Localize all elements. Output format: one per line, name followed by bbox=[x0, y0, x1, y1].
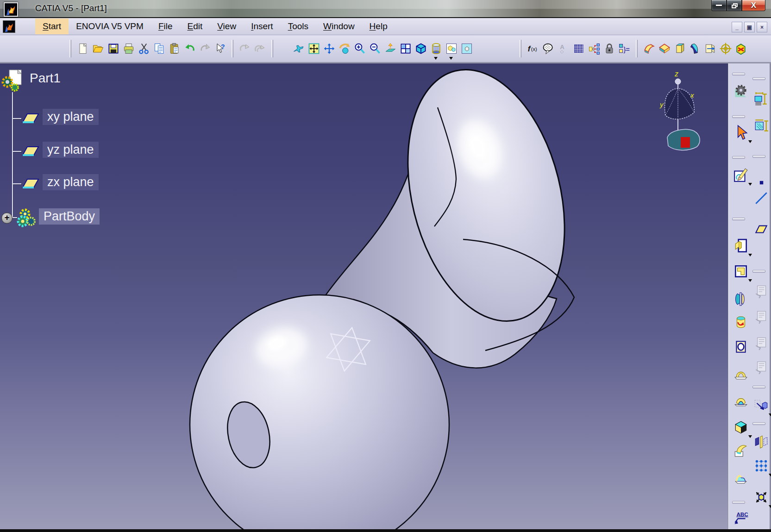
minimize-button[interactable] bbox=[711, 0, 727, 11]
sketcher-button[interactable] bbox=[732, 166, 750, 184]
select-dropdown-arrow[interactable] bbox=[748, 140, 752, 143]
translation-button[interactable] bbox=[752, 397, 770, 414]
toolbar-drag-handle[interactable] bbox=[752, 270, 765, 273]
menu-insert[interactable]: Insert bbox=[244, 19, 281, 34]
sketcher-dropdown-arrow[interactable] bbox=[748, 183, 752, 186]
copy-button[interactable] bbox=[151, 41, 167, 56]
toolbar-drag-handle[interactable] bbox=[732, 73, 745, 75]
shading-mode-dropdown-arrow[interactable] bbox=[434, 57, 438, 60]
tree-item-partbody[interactable]: PartBody bbox=[39, 208, 100, 225]
hide-show-button[interactable] bbox=[444, 41, 459, 56]
pad-dropdown-arrow[interactable] bbox=[748, 254, 752, 257]
select-button[interactable] bbox=[732, 124, 750, 141]
compass-anchor-handle[interactable] bbox=[681, 137, 690, 148]
menu-tools[interactable]: Tools bbox=[281, 19, 316, 34]
toolbar-drag-handle[interactable] bbox=[732, 115, 745, 118]
extrapolate-button[interactable] bbox=[702, 41, 718, 56]
workbench-button[interactable] bbox=[732, 83, 750, 100]
mdi-restore-button[interactable]: ▣ bbox=[744, 22, 755, 32]
menu-enovia-v5-vpm[interactable]: ENOVIA V5 VPM bbox=[69, 19, 151, 34]
rectangular-pattern-dropdown-arrow[interactable] bbox=[769, 474, 771, 476]
hyperlink-button[interactable] bbox=[252, 41, 268, 56]
context-help-button[interactable]: ? bbox=[213, 41, 228, 56]
toolbar-drag-handle[interactable] bbox=[732, 218, 745, 220]
fly-mode-button[interactable] bbox=[291, 41, 306, 56]
normal-view-button[interactable] bbox=[382, 41, 398, 56]
slot-button[interactable] bbox=[732, 391, 750, 408]
shaft-button[interactable] bbox=[732, 290, 750, 308]
pad-button[interactable] bbox=[732, 237, 750, 255]
equivalent-dimensions-button[interactable]: }= bbox=[617, 41, 632, 56]
open-button[interactable] bbox=[90, 41, 106, 56]
tree-item-yz-plane[interactable]: yz plane bbox=[43, 142, 99, 158]
zoom-in-button[interactable] bbox=[352, 41, 367, 56]
toolbar-drag-handle[interactable] bbox=[752, 77, 765, 80]
line-button[interactable] bbox=[752, 189, 770, 207]
apply-material-button[interactable] bbox=[733, 41, 748, 56]
knowledge-explorer-button[interactable] bbox=[586, 41, 602, 56]
tree-item-zx-plane[interactable]: zx plane bbox=[43, 174, 99, 190]
new-button[interactable] bbox=[75, 41, 90, 56]
menu-edit[interactable]: Edit bbox=[180, 19, 210, 34]
menu-view[interactable]: View bbox=[210, 19, 244, 34]
hide-show-dropdown-arrow[interactable] bbox=[449, 57, 453, 60]
menu-help[interactable]: Help bbox=[362, 19, 395, 34]
scaling-button[interactable] bbox=[752, 488, 770, 506]
shell-dropdown-arrow[interactable] bbox=[748, 435, 752, 438]
scaling-dropdown-arrow[interactable] bbox=[769, 505, 771, 508]
plane-button[interactable] bbox=[752, 220, 770, 238]
measure-inertia-button[interactable] bbox=[752, 90, 770, 108]
menu-window[interactable]: Window bbox=[316, 19, 362, 34]
viewport-3d[interactable]: Part1xy planeyz planezx plane+PartBody z… bbox=[0, 63, 728, 529]
cut-button[interactable] bbox=[136, 41, 151, 56]
rib-button[interactable] bbox=[732, 364, 750, 382]
paste-link-button[interactable] bbox=[237, 41, 252, 56]
toolbar-drag-handle[interactable] bbox=[752, 422, 765, 425]
translation-dropdown-arrow[interactable] bbox=[769, 413, 771, 416]
swap-visible-space-button[interactable] bbox=[459, 41, 474, 56]
close-surface-button[interactable] bbox=[672, 41, 687, 56]
rectangular-pattern-button[interactable] bbox=[752, 457, 770, 475]
title-bar[interactable]: CATIA V5 - [Part1] X bbox=[0, 0, 771, 18]
rotate-button[interactable] bbox=[337, 41, 352, 56]
hole-button[interactable] bbox=[732, 338, 750, 356]
menu-start[interactable]: Start bbox=[35, 19, 69, 34]
sew-surface-button[interactable] bbox=[687, 41, 702, 56]
compass-free-rotation-handle[interactable] bbox=[675, 79, 681, 84]
groove-button[interactable] bbox=[732, 313, 750, 331]
fit-all-in-button[interactable] bbox=[306, 41, 321, 56]
lock-button[interactable] bbox=[602, 41, 617, 56]
undo-button[interactable] bbox=[182, 41, 197, 56]
thick-surface-button[interactable] bbox=[657, 41, 672, 56]
close-button[interactable]: X bbox=[742, 0, 765, 11]
pocket-dropdown-arrow[interactable] bbox=[748, 279, 752, 282]
isometric-view-button[interactable] bbox=[413, 41, 428, 56]
toolbar-drag-handle[interactable] bbox=[69, 40, 71, 57]
print-button[interactable] bbox=[121, 41, 136, 56]
split-button[interactable] bbox=[641, 41, 657, 56]
tree-item-part1[interactable]: Part1 bbox=[25, 70, 65, 87]
mdi-close-button[interactable]: × bbox=[757, 22, 767, 32]
comment-button[interactable]: A bbox=[556, 41, 571, 56]
text-annotation-button[interactable]: ABC bbox=[732, 509, 750, 527]
restore-button[interactable] bbox=[727, 0, 742, 11]
compass[interactable]: z y x bbox=[659, 69, 705, 157]
pan-button[interactable] bbox=[321, 41, 337, 56]
axis-system-button[interactable] bbox=[718, 41, 733, 56]
menu-file[interactable]: File bbox=[151, 19, 180, 34]
toolbar-drag-handle[interactable] bbox=[732, 156, 745, 159]
free-surface-button[interactable] bbox=[732, 469, 750, 486]
document-logo-icon[interactable] bbox=[3, 20, 15, 33]
multi-view-button[interactable] bbox=[398, 41, 413, 56]
knowledge-inspector-button[interactable] bbox=[540, 41, 556, 56]
tree-item-xy-plane[interactable]: xy plane bbox=[43, 109, 99, 125]
point-button[interactable] bbox=[752, 174, 770, 191]
symmetry-button[interactable] bbox=[752, 433, 770, 451]
draft-button[interactable] bbox=[732, 442, 750, 459]
design-table-button[interactable] bbox=[571, 41, 586, 56]
toolbar-drag-handle[interactable] bbox=[752, 155, 765, 158]
mdi-minimize-button[interactable]: _ bbox=[732, 22, 742, 32]
measure-item-button[interactable] bbox=[752, 117, 770, 135]
pocket-button[interactable] bbox=[732, 263, 750, 280]
toolbar-drag-handle[interactable] bbox=[732, 501, 745, 504]
